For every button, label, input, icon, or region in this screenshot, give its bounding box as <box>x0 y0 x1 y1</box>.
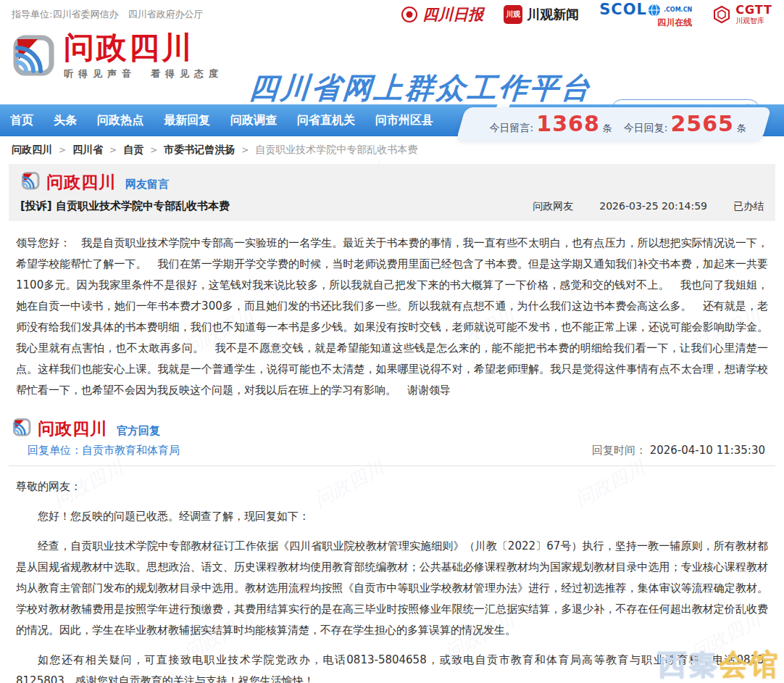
reply-unit-label: 回复单位： <box>28 444 82 457</box>
reply-body: 尊敬的网友： 您好！您反映的问题已收悉。经调查了解，现回复如下： 经查，自贡职业… <box>9 466 775 683</box>
site-logo-title: 问政四川 <box>64 32 223 64</box>
wenzheng-logo-icon <box>10 32 57 78</box>
today-replies-value: 2565 <box>671 113 735 135</box>
breadcrumb-separator: > <box>241 145 249 155</box>
scol-globe-icon <box>648 4 661 17</box>
main-content: 问政四川 网友留言 [投诉] 自贡职业技术学院中专部乱收书本费 问政网友 202… <box>9 164 775 683</box>
nav-item-headlines[interactable]: 头条 <box>54 113 77 128</box>
cgtt-wordmark: CGTT <box>735 4 772 17</box>
scol-domain-label: .COM.CN <box>664 7 692 13</box>
reply-time-value: 2026-04-10 11:35:30 <box>650 444 765 457</box>
nav-item-latest[interactable]: 最新回复 <box>164 113 210 128</box>
reply-brand-title: 问政四川 <box>38 421 107 437</box>
cgtt-cn-label: 川观智库 <box>735 17 772 25</box>
nav-item-city[interactable]: 问市州区县 <box>375 113 433 128</box>
reply-meta-row: 回复单位：自贡市教育和体育局 回复时间： 2026-04-10 11:35:30 <box>9 437 775 466</box>
site-header: 问政四川 听得见声音 看得见态度 四川省网上群众工作平台 <box>0 28 784 102</box>
site-logo[interactable]: 问政四川 听得见声音 看得见态度 <box>10 32 223 80</box>
guide-units-text: 指导单位:四川省委网信办 四川省政府办公厅 <box>12 8 203 21</box>
nav-item-survey[interactable]: 问政调查 <box>230 113 277 128</box>
reply-card: 问政四川 官方回复 回复单位：自贡市教育和体育局 回复时间： 2026-04-1… <box>9 408 775 683</box>
chuanguan-news-logo[interactable]: 川观 川观新闻 <box>504 5 579 24</box>
nav-item-provincial[interactable]: 问省直机关 <box>297 113 355 128</box>
today-messages-value: 1368 <box>536 113 600 135</box>
reply-paragraph: 您好！您反映的问题已收悉。经调查了解，现回复如下： <box>16 506 768 527</box>
cgtt-logo[interactable]: CGTT 川观智库 <box>712 4 772 25</box>
partner-logos: 四川日报 川观 川观新闻 SCOL .COM.CN 四川在线 <box>401 2 772 27</box>
scol-logo[interactable]: SCOL .COM.CN 四川在线 <box>599 2 692 27</box>
wenzheng-logo-icon <box>20 170 41 191</box>
wenzheng-logo-icon <box>12 417 32 437</box>
nav-item-home[interactable]: 首页 <box>10 113 33 128</box>
message-author: 问政网友 <box>533 200 573 213</box>
reply-unit-value: 自贡市教育和体育局 <box>82 444 180 457</box>
breadcrumb-separator: > <box>150 145 157 155</box>
reply-brand-row: 问政四川 官方回复 <box>12 417 772 437</box>
sichuan-daily-logo[interactable]: 四川日报 <box>401 4 483 25</box>
scol-wordmark: SCOL <box>599 2 647 17</box>
reply-card-header: 问政四川 官方回复 <box>9 408 775 437</box>
status-badge: 已办结 <box>733 200 764 213</box>
today-messages-stat: 今日留言: 1368 条 <box>490 113 612 135</box>
message-brand-title: 问政四川 <box>46 174 116 191</box>
message-time: 2026-03-25 20:14:59 <box>599 200 707 213</box>
today-replies-unit: 条 <box>737 122 746 135</box>
reply-paragraph: 如您还有相关疑问，可直接致电职业技术学院党政办，电话0813-5804658，或… <box>16 650 768 683</box>
sichuan-daily-label: 四川日报 <box>422 4 483 25</box>
scol-cn-label: 四川在线 <box>657 18 692 27</box>
sichuan-daily-seal-icon <box>401 6 418 23</box>
chuanguan-badge-icon: 川观 <box>504 5 522 24</box>
reply-section-label: 官方回复 <box>117 424 160 437</box>
message-title: [投诉] 自贡职业技术学院中专部乱收书本费 <box>20 199 230 213</box>
today-messages-unit: 条 <box>603 122 612 135</box>
message-card: 问政四川 网友留言 [投诉] 自贡职业技术学院中专部乱收书本费 问政网友 202… <box>9 164 775 408</box>
breadcrumb-separator: > <box>59 145 66 155</box>
message-card-header: 问政四川 网友留言 [投诉] 自贡职业技术学院中专部乱收书本费 问政网友 202… <box>9 164 775 221</box>
breadcrumb-item-city[interactable]: 自贡 <box>123 144 143 157</box>
message-body: 领导您好： 我是自贡职业技术学院中专部高一实验班的一名学生。最近关于书本费的事情… <box>9 221 775 408</box>
reply-time-label: 回复时间： <box>592 444 646 457</box>
today-replies-stat: 今日回复: 2565 条 <box>624 113 746 135</box>
message-brand-row: 问政四川 网友留言 <box>20 170 764 191</box>
breadcrumb-item-province[interactable]: 四川省 <box>72 144 103 157</box>
chuanguan-news-label: 川观新闻 <box>527 6 579 23</box>
reply-paragraph: 经查，自贡职业技术学院中专部教材征订工作依据《四川省职业院校教材管理实施细则》（… <box>16 536 768 641</box>
breadcrumb-separator: > <box>109 145 117 155</box>
main-nav: 首页 头条 问政热点 最新回复 问政调查 问省直机关 问市州区县 今日留言: 1… <box>0 104 784 136</box>
nav-item-hot[interactable]: 问政热点 <box>97 113 143 128</box>
cgtt-hexagon-icon <box>712 5 731 24</box>
site-logo-tagline: 听得见声音 看得见态度 <box>64 67 223 80</box>
breadcrumb-current: 自贡职业技术学院中专部乱收书本费 <box>255 144 417 157</box>
reply-unit-link[interactable]: 回复单位：自贡市教育和体育局 <box>28 444 180 458</box>
today-messages-label: 今日留言: <box>490 122 534 135</box>
reply-paragraph: 尊敬的网友： <box>16 476 768 497</box>
today-replies-label: 今日回复: <box>624 122 668 135</box>
breadcrumb: 问政四川> 四川省> 自贡> 市委书记曾洪扬> 自贡职业技术学院中专部乱收书本费 <box>0 136 784 160</box>
top-bar: 指导单位:四川省委网信办 四川省政府办公厅 四川日报 川观 川观新闻 SCOL … <box>0 0 784 28</box>
message-section-label: 网友留言 <box>125 178 169 191</box>
breadcrumb-item-leader[interactable]: 市委书记曾洪扬 <box>164 144 235 157</box>
breadcrumb-item-root[interactable]: 问政四川 <box>12 144 52 157</box>
platform-title: 四川省网上群众工作平台 <box>248 68 593 108</box>
